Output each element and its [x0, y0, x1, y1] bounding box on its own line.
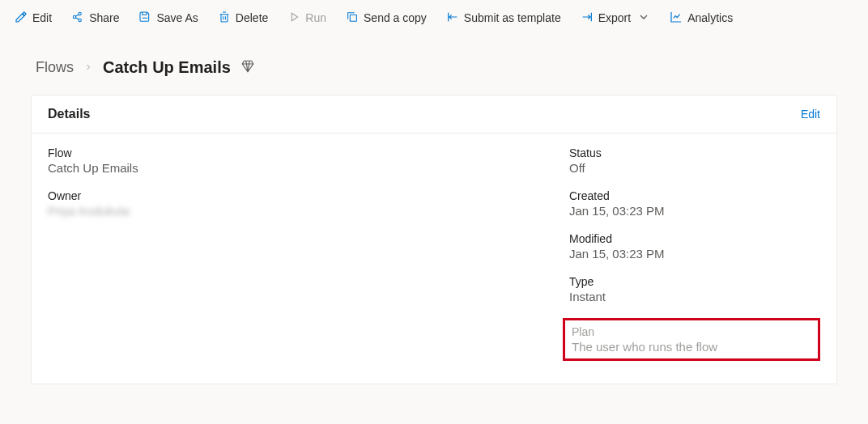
analytics-label: Analytics [687, 11, 733, 24]
type-field: Type Instant [569, 275, 820, 303]
created-value: Jan 15, 03:23 PM [569, 204, 820, 218]
run-button: Run [279, 6, 334, 31]
plan-value: The user who runs the flow [572, 340, 811, 354]
submit-template-button[interactable]: Submit as template [438, 6, 569, 31]
plan-highlight: Plan The user who runs the flow [563, 318, 820, 361]
flow-label: Flow [48, 146, 537, 159]
svg-point-1 [79, 12, 81, 15]
edit-link[interactable]: Edit [801, 108, 820, 121]
toolbar: Edit Share Save As Delete Run Send a cop… [0, 0, 868, 36]
edit-button[interactable]: Edit [6, 6, 60, 31]
save-as-label: Save As [156, 11, 198, 24]
pencil-icon [15, 11, 28, 26]
delete-label: Delete [236, 11, 268, 24]
modified-value: Jan 15, 03:23 PM [569, 247, 820, 261]
diamond-icon [240, 59, 255, 77]
save-as-button[interactable]: Save As [130, 6, 206, 31]
send-copy-label: Send a copy [364, 11, 427, 24]
card-title: Details [48, 107, 90, 121]
delete-button[interactable]: Delete [210, 6, 276, 31]
status-field: Status Off [569, 146, 820, 175]
type-label: Type [569, 275, 820, 288]
edit-label: Edit [32, 11, 52, 24]
breadcrumb-root[interactable]: Flows [36, 59, 74, 76]
flow-field: Flow Catch Up Emails [48, 146, 537, 175]
trash-icon [218, 11, 231, 26]
share-label: Share [89, 11, 119, 24]
analytics-button[interactable]: Analytics [662, 6, 741, 31]
plan-label: Plan [572, 325, 811, 338]
arrow-out-icon [581, 11, 594, 26]
share-button[interactable]: Share [63, 6, 127, 31]
chart-icon [670, 11, 683, 26]
copy-icon [346, 11, 359, 26]
created-label: Created [569, 189, 820, 202]
type-value: Instant [569, 290, 820, 303]
status-value: Off [569, 161, 820, 175]
chevron-down-icon [637, 11, 650, 26]
created-field: Created Jan 15, 03:23 PM [569, 189, 820, 218]
owner-label: Owner [48, 189, 537, 202]
play-icon [287, 11, 300, 26]
share-icon [71, 11, 84, 26]
details-right-column: Status Off Created Jan 15, 03:23 PM Modi… [569, 146, 820, 361]
flow-value: Catch Up Emails [48, 161, 537, 175]
status-label: Status [569, 146, 820, 159]
export-button[interactable]: Export [572, 6, 658, 31]
run-label: Run [305, 11, 326, 24]
export-label: Export [598, 11, 631, 24]
chevron-right-icon [83, 61, 93, 74]
plan-field: Plan The user who runs the flow [572, 325, 811, 354]
svg-rect-3 [350, 15, 356, 21]
card-header: Details Edit [32, 95, 836, 134]
save-as-icon [138, 11, 151, 26]
details-left-column: Flow Catch Up Emails Owner Priya Kodukul… [48, 146, 537, 361]
svg-point-2 [79, 19, 81, 21]
card-body: Flow Catch Up Emails Owner Priya Kodukul… [32, 134, 836, 384]
submit-template-label: Submit as template [464, 11, 561, 24]
arrow-in-icon [446, 11, 459, 26]
breadcrumb-current: Catch Up Emails [103, 58, 231, 77]
owner-field: Owner Priya Kodukula [48, 189, 537, 218]
modified-label: Modified [569, 232, 820, 245]
details-card: Details Edit Flow Catch Up Emails Owner … [31, 95, 837, 384]
modified-field: Modified Jan 15, 03:23 PM [569, 232, 820, 261]
breadcrumb: Flows Catch Up Emails [0, 36, 868, 95]
owner-value: Priya Kodukula [48, 204, 537, 218]
send-copy-button[interactable]: Send a copy [338, 6, 435, 31]
